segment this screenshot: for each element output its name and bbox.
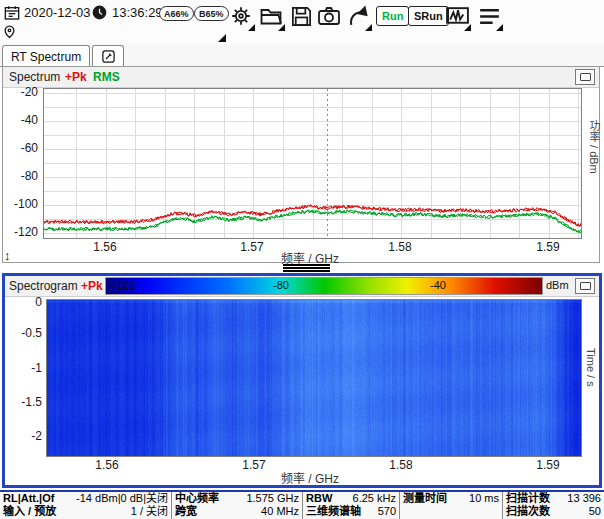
tab-bar: RT Spectrum — [0, 44, 604, 67]
spectrum-panel-header: Spectrum +Pk RMS — [3, 67, 599, 88]
spectrogram-colorbar[interactable]: -120 -80 -40 — [105, 277, 543, 295]
spectrum-panel-title: Spectrum — [9, 70, 60, 84]
status-value: 570 — [378, 505, 396, 518]
settings-button[interactable] — [228, 3, 254, 29]
run-button[interactable]: Run — [376, 6, 409, 26]
screenshot-camera-button[interactable] — [316, 3, 342, 29]
spectrum-x-tick: 1.57 — [240, 240, 263, 254]
spectrogram-x-tick: 1.59 — [536, 458, 559, 472]
status-value: 40 MHz — [261, 505, 299, 518]
status-value: -14 dBm|0 dB|关闭 — [76, 492, 168, 505]
spectrogram-plot[interactable] — [46, 299, 582, 457]
open-dropdown-arrow-icon — [278, 24, 285, 31]
edit-pencil-icon — [101, 49, 116, 64]
spectrum-plot[interactable] — [43, 88, 582, 239]
spectrum-x-tick: 1.56 — [93, 240, 116, 254]
status-label: 跨宽 — [175, 505, 197, 518]
status-bar: RL|Att.|Of-14 dBm|0 dB|关闭 输入 / 预放1 / 关闭 … — [0, 490, 604, 519]
display-dropdown-arrow-icon — [464, 24, 471, 31]
spectrogram-panel-title: Spectrogram — [9, 279, 78, 293]
spectrogram-y-axis-label: Time / s — [585, 348, 597, 387]
single-run-button[interactable]: SRun — [408, 6, 449, 26]
status-value: 1 / 关闭 — [131, 505, 168, 518]
statusarea-expand-arrow[interactable] — [218, 34, 226, 42]
spectrum-y-tick: -40 — [2, 113, 38, 127]
date-text: 2020-12-03 — [24, 5, 91, 20]
analyzer-window: 2020-12-03 13:36:29 A66% B65% — [0, 0, 604, 519]
spectrogram-y-tick: -0.5 — [6, 326, 42, 340]
maximize-icon — [580, 73, 591, 81]
spectrogram-x-tick: 1.57 — [242, 458, 265, 472]
spectrum-y-tick: -20 — [2, 85, 38, 99]
spectrum-y-tick: -80 — [2, 169, 38, 183]
battery-a-indicator: A66% — [159, 6, 194, 21]
spectrogram-maximize-button[interactable] — [575, 278, 595, 294]
spectrum-y-tick: -120 — [2, 225, 38, 239]
status-label: 中心频率 — [175, 492, 219, 505]
status-value: 10 ms — [469, 492, 499, 505]
status-label: RBW — [306, 492, 332, 505]
status-label: 输入 / 预放 — [3, 505, 56, 518]
colorbar-tick: -80 — [273, 279, 289, 291]
colorbar-unit-label: dBm — [546, 279, 569, 291]
status-cell-rl-att[interactable]: RL|Att.|Of-14 dBm|0 dB|关闭 输入 / 预放1 / 关闭 — [0, 492, 172, 519]
spectrum-y-tick: -60 — [2, 141, 38, 155]
colorbar-tick: -120 — [113, 279, 135, 291]
redo-button[interactable] — [345, 3, 371, 29]
status-label: 扫描计数 — [506, 492, 550, 505]
settings-dropdown-arrow-icon — [248, 24, 255, 31]
calendar-icon — [4, 5, 20, 21]
menu-dropdown-arrow-icon — [496, 24, 503, 31]
battery-b-indicator: B65% — [194, 6, 229, 21]
spectrum-x-tick: 1.59 — [536, 240, 559, 254]
menu-button[interactable] — [476, 3, 502, 29]
tab-label: RT Spectrum — [11, 50, 81, 64]
colorbar-tick: -40 — [430, 279, 446, 291]
status-value: 1.575 GHz — [246, 492, 299, 505]
spectrogram-x-axis-label: 频率 / GHz — [281, 469, 339, 486]
status-label: 扫描次数 — [506, 505, 550, 518]
status-value: 50 — [589, 505, 601, 518]
status-label: RL|Att.|Of — [3, 492, 54, 505]
spectrum-trace-rms-label[interactable]: RMS — [93, 70, 120, 84]
status-value: 13 396 — [567, 492, 601, 505]
redo-dropdown-arrow-icon — [365, 24, 372, 31]
status-cell-center-freq[interactable]: 中心频率1.575 GHz 跨宽40 MHz — [172, 492, 303, 519]
clock-icon — [92, 5, 107, 20]
display-preset-button[interactable] — [444, 3, 470, 29]
status-value: 6.25 kHz — [353, 492, 396, 505]
spectrogram-y-tick: -2 — [6, 429, 42, 443]
tab-rt-spectrum[interactable]: RT Spectrum — [2, 45, 90, 67]
spectrogram-y-tick: -1 — [6, 361, 42, 375]
spectrum-x-tick: 1.58 — [388, 240, 411, 254]
spectrum-y-axis-label: 功率 / dBm — [586, 120, 602, 174]
time-text: 13:36:29 — [112, 5, 163, 20]
spectrogram-y-tick: 0 — [6, 295, 42, 309]
spectrogram-y-tick: -1.5 — [6, 395, 42, 409]
spectrogram-trace-pk-label[interactable]: +Pk — [81, 279, 103, 293]
tab-edit-button[interactable] — [92, 45, 124, 67]
gps-icon — [3, 24, 16, 40]
spectrogram-panel-header: Spectrogram +Pk -120 -80 -40 dBm — [5, 276, 599, 297]
save-button[interactable] — [288, 3, 314, 29]
title-bar: 2020-12-03 13:36:29 A66% B65% — [0, 0, 604, 44]
spectrum-maximize-button[interactable] — [575, 69, 595, 85]
open-file-button[interactable] — [258, 3, 284, 29]
status-cell-meas-time[interactable]: 测量时间10 ms — [400, 492, 503, 519]
maximize-icon — [580, 282, 591, 290]
status-cell-rbw[interactable]: RBW6.25 kHz 三维频谱轴570 — [303, 492, 400, 519]
spectrum-trace-pk-label[interactable]: +Pk — [65, 70, 87, 84]
spectrogram-x-tick: 1.56 — [95, 458, 118, 472]
panel-splitter-handle[interactable] — [283, 264, 330, 272]
status-label: 三维频谱轴 — [306, 505, 361, 518]
status-cell-sweep-count[interactable]: 扫描计数13 396 扫描次数50 — [503, 492, 604, 519]
autoscale-arrows-icon[interactable]: ↕ — [4, 248, 11, 263]
spectrogram-x-tick: 1.58 — [389, 458, 412, 472]
status-label: 测量时间 — [403, 492, 447, 505]
spectrum-y-tick: -100 — [2, 197, 38, 211]
